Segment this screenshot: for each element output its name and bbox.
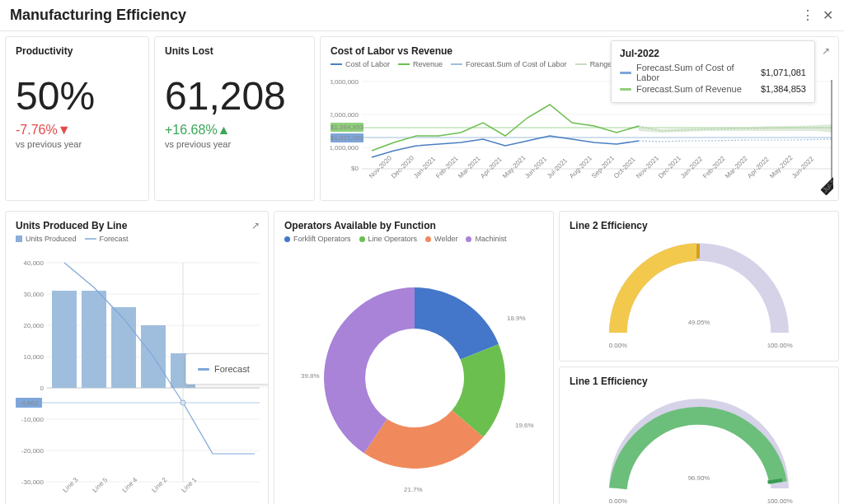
productivity-title: Productivity	[16, 45, 138, 57]
units-lost-title: Units Lost	[165, 45, 304, 57]
line1-efficiency-title: Line 1 Efficiency	[570, 376, 828, 387]
svg-text:49.05%: 49.05%	[688, 319, 710, 326]
svg-text:Sep-2021: Sep-2021	[590, 154, 616, 180]
svg-text:0: 0	[40, 385, 45, 392]
svg-text:$1,071,081: $1,071,081	[331, 134, 364, 142]
svg-text:Jun-2022: Jun-2022	[790, 155, 815, 180]
close-icon[interactable]: ✕	[821, 7, 834, 23]
productivity-value: 50%	[16, 77, 138, 116]
svg-text:Line 3: Line 3	[61, 476, 79, 493]
svg-text:39.8%: 39.8%	[301, 372, 320, 380]
cost-revenue-card[interactable]: ↗ Cost of Labor vs Revenue Cost of Labor…	[320, 36, 839, 201]
svg-text:19.6%: 19.6%	[515, 422, 534, 429]
svg-text:$2,000,000: $2,000,000	[331, 111, 359, 119]
svg-text:Apr-2021: Apr-2021	[479, 155, 504, 180]
dashboard: Manufacturing Efficiency ⋮ ✕ Productivit…	[0, 0, 844, 504]
svg-text:96.90%: 96.90%	[688, 474, 710, 482]
units-by-line-legend: Units Produced Forecast	[16, 235, 258, 243]
svg-text:0.00%: 0.00%	[609, 497, 627, 504]
svg-text:30,000: 30,000	[24, 291, 45, 298]
svg-text:100.00%: 100.00%	[767, 342, 793, 349]
svg-text:Mar-2021: Mar-2021	[457, 154, 482, 180]
svg-text:Jan-2022: Jan-2022	[679, 155, 704, 180]
svg-rect-73	[696, 244, 700, 259]
productivity-change: -7.76%▼	[16, 123, 138, 138]
svg-text:Jan-2021: Jan-2021	[412, 155, 437, 180]
svg-text:$0: $0	[351, 165, 359, 172]
units-by-line-card[interactable]: ↗ Units Produced By Line Units Produced …	[5, 211, 269, 504]
svg-text:Line 5: Line 5	[91, 476, 109, 493]
operators-legend: Forklift Operators Line Operators Welder…	[284, 235, 543, 243]
svg-text:18.9%: 18.9%	[507, 315, 526, 322]
line1-gauge: 96.90% 0.00% 100.00%	[570, 390, 828, 504]
header: Manufacturing Efficiency ⋮ ✕	[0, 0, 844, 31]
svg-text:Dec-2020: Dec-2020	[390, 154, 415, 180]
units-lost-change: +16.68%▲	[165, 123, 304, 138]
svg-text:$1,384,853: $1,384,853	[331, 124, 364, 131]
svg-text:Apr-2022: Apr-2022	[746, 155, 771, 180]
units-lost-sub: vs previous year	[165, 139, 304, 149]
line2-gauge: 49.05% 0.00% 100.00%	[570, 235, 828, 350]
svg-text:Aug-2021: Aug-2021	[568, 154, 593, 180]
svg-text:Mar-2022: Mar-2022	[724, 154, 749, 180]
svg-text:-20,000: -20,000	[21, 447, 45, 455]
svg-text:20,000: 20,000	[24, 322, 45, 329]
svg-text:May-2021: May-2021	[501, 154, 528, 180]
units-by-line-title: Units Produced By Line	[16, 220, 258, 231]
units-lost-card[interactable]: Units Lost 61,208 +16.68%▲ vs previous y…	[154, 36, 315, 201]
svg-text:May-2022: May-2022	[768, 154, 795, 180]
svg-text:Nov-2020: Nov-2020	[368, 154, 393, 180]
svg-text:-30,000: -30,000	[21, 478, 45, 486]
more-icon[interactable]: ⋮	[801, 7, 814, 23]
productivity-sub: vs previous year	[16, 139, 138, 149]
svg-text:100.00%: 100.00%	[767, 497, 793, 504]
expand-icon[interactable]: ↗	[251, 220, 260, 231]
svg-text:$3,000,000: $3,000,000	[331, 78, 359, 86]
productivity-card[interactable]: Productivity 50% -7.76%▼ vs previous yea…	[5, 36, 149, 201]
svg-text:Line 2: Line 2	[150, 476, 168, 493]
svg-text:Feb-2021: Feb-2021	[434, 154, 460, 180]
units-by-line-tooltip: Forecast-4,663	[185, 353, 269, 385]
line2-efficiency-title: Line 2 Efficiency	[570, 220, 828, 231]
svg-text:-4,663: -4,663	[20, 399, 39, 407]
line1-efficiency-card[interactable]: Line 1 Efficiency 96.90% 0.00% 100.00%	[559, 366, 839, 504]
expand-icon[interactable]: ↗	[822, 45, 830, 57]
svg-text:Oct-2021: Oct-2021	[612, 155, 637, 180]
line2-efficiency-card[interactable]: Line 2 Efficiency 49.05% 0.00% 100.00%	[559, 211, 839, 362]
svg-text:10,000: 10,000	[24, 353, 45, 361]
svg-text:Dec-2021: Dec-2021	[657, 154, 682, 180]
svg-text:Jun-2021: Jun-2021	[523, 155, 548, 180]
cost-revenue-tooltip: Jul-2022 Forecast.Sum of Cost of Labor$1…	[611, 40, 815, 103]
svg-text:40,000: 40,000	[24, 259, 45, 267]
svg-text:$1,000,000: $1,000,000	[331, 144, 359, 152]
operators-title: Operators Available by Function	[284, 220, 543, 231]
svg-text:0.00%: 0.00%	[609, 342, 627, 349]
operators-card[interactable]: Operators Available by Function Forklift…	[274, 211, 554, 504]
svg-text:21.7%: 21.7%	[404, 486, 423, 493]
svg-text:-10,000: -10,000	[21, 416, 45, 423]
operators-chart: 18.9% 19.6% 21.7% 39.8%	[284, 246, 545, 493]
svg-text:Feb-2022: Feb-2022	[701, 154, 727, 180]
svg-rect-55	[82, 291, 106, 388]
svg-rect-54	[52, 291, 77, 388]
page-title: Manufacturing Efficiency	[10, 7, 795, 24]
svg-text:Jul-2021: Jul-2021	[546, 156, 569, 180]
svg-text:Nov-2021: Nov-2021	[635, 154, 660, 180]
svg-text:Line 4: Line 4	[120, 476, 138, 493]
units-lost-value: 61,208	[165, 77, 304, 116]
